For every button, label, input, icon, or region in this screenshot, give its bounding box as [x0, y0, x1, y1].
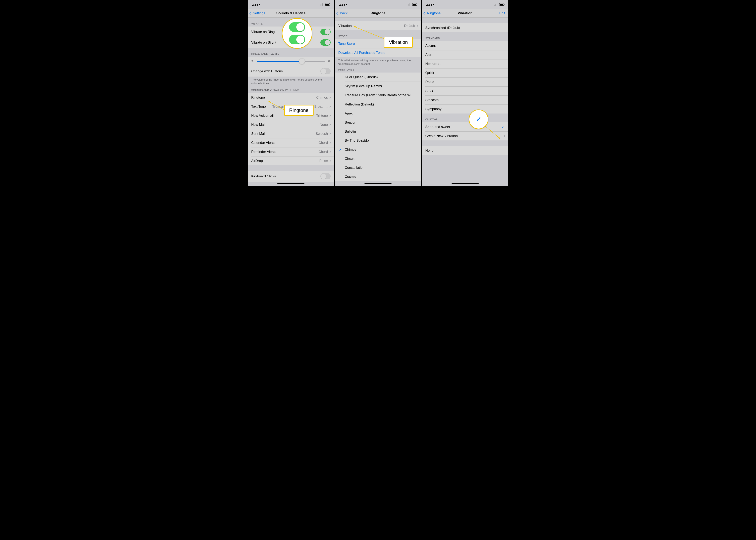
status-bar: 2:38◤ — [422, 0, 508, 9]
chevron-right-icon — [329, 114, 331, 117]
label: Rapid — [425, 80, 505, 84]
row-create-new-vibration[interactable]: Create New Vibration — [422, 131, 508, 140]
ringtone-row[interactable]: Reflection (Default) — [335, 100, 421, 109]
slider-knob[interactable] — [299, 59, 305, 64]
callout-checkmark: ✓ — [469, 109, 488, 129]
toggle-on-icon[interactable] — [320, 29, 331, 35]
chevron-left-icon — [423, 12, 427, 15]
status-time: 2:38 — [252, 3, 258, 6]
ringtone-row[interactable]: Bulletin — [335, 127, 421, 136]
label: Accent — [425, 44, 505, 48]
label: Calendar Alerts — [251, 141, 319, 145]
back-button[interactable]: Settings — [250, 11, 265, 15]
vibration-row[interactable]: Accent — [422, 41, 508, 50]
chevron-right-icon — [329, 151, 331, 153]
battery-icon — [325, 3, 330, 6]
battery-icon — [412, 3, 417, 6]
row-change-with-buttons[interactable]: Change with Buttons — [248, 66, 334, 76]
row-keyboard-clicks[interactable]: Keyboard Clicks — [248, 171, 334, 182]
row-vibration[interactable]: Vibration Default — [335, 21, 421, 30]
label: Synchronized (Default) — [425, 26, 505, 30]
ringtone-row[interactable]: Constellation — [335, 163, 421, 172]
ringtone-row[interactable]: Apex — [335, 109, 421, 118]
label: Sent Mail — [251, 132, 316, 136]
home-indicator[interactable] — [452, 183, 479, 184]
chevron-left-icon — [336, 12, 340, 15]
row-reminder-alerts[interactable]: Reminder AlertsChord — [248, 147, 334, 156]
panel-sounds-haptics: 2:38◤ Settings Sounds & Haptics VIBRATE … — [248, 0, 335, 186]
label: Create New Vibration — [425, 134, 503, 138]
label: Treasure Box (From "Zelda Breath of the … — [345, 93, 418, 97]
value: Chimes — [316, 96, 331, 100]
back-button[interactable]: Ringtone — [424, 11, 441, 15]
chevron-right-icon — [329, 124, 331, 126]
callout-toggles — [282, 18, 312, 49]
toggle-off-icon[interactable] — [320, 173, 331, 180]
nav-bar: Ringtone Vibration Edit — [422, 9, 508, 18]
cellular-icon — [494, 3, 497, 6]
callout-anchor-dot — [354, 26, 356, 28]
ringtone-row[interactable]: ✓Chimes — [335, 145, 421, 154]
home-indicator[interactable] — [365, 183, 392, 184]
ringtone-row[interactable]: Cosmic — [335, 172, 421, 181]
row-none[interactable]: None — [422, 146, 508, 155]
value: None — [320, 123, 331, 127]
ringtone-row[interactable]: Beacon — [335, 118, 421, 127]
nav-bar: Back Ringtone — [335, 9, 421, 18]
callout-anchor-dot — [499, 138, 500, 139]
value: Pulse — [319, 159, 331, 163]
location-icon: ◤ — [433, 3, 435, 6]
home-indicator[interactable] — [277, 183, 304, 184]
ringtone-row[interactable]: Killer Queen (Chorus) — [335, 72, 421, 81]
row-custom-selected[interactable]: Short and sweet ✓ — [422, 122, 508, 131]
checkmark-icon: ✓ — [338, 147, 342, 152]
label: By The Seaside — [345, 139, 418, 143]
label: Alert — [425, 53, 505, 57]
toggle-on-icon[interactable] — [320, 39, 331, 46]
location-icon: ◤ — [259, 3, 261, 6]
chevron-right-icon — [416, 25, 418, 27]
nav-bar: Settings Sounds & Haptics — [248, 9, 334, 18]
label: Short and sweet — [425, 125, 501, 129]
back-button[interactable]: Back — [337, 11, 348, 15]
label: Text Tone — [251, 105, 272, 109]
vibration-row[interactable]: Rapid — [422, 77, 508, 86]
label: New Mail — [251, 123, 320, 127]
row-new-mail[interactable]: New MailNone — [248, 120, 334, 129]
vibration-row[interactable]: S.O.S. — [422, 86, 508, 95]
callout-label: Ringtone — [289, 107, 308, 113]
value: Default — [404, 24, 418, 28]
callout-ringtone: Ringtone — [284, 105, 314, 116]
label: Constellation — [345, 166, 418, 170]
row-calendar-alerts[interactable]: Calendar AlertsChord — [248, 138, 334, 147]
label: Skyrim (Level up Remix) — [345, 84, 418, 88]
ringtone-row[interactable]: Circuit — [335, 154, 421, 163]
toggle-on-icon — [289, 22, 305, 32]
vibration-row[interactable]: Alert — [422, 50, 508, 59]
chevron-left-icon — [249, 12, 252, 15]
checkmark-icon: ✓ — [501, 125, 505, 129]
row-airdrop[interactable]: AirDropPulse — [248, 156, 334, 165]
speaker-low-icon — [251, 60, 255, 63]
label: Vibration — [338, 24, 404, 28]
ringtone-row[interactable]: Treasure Box (From "Zelda Breath of the … — [335, 90, 421, 100]
row-ringtone[interactable]: RingtoneChimes — [248, 93, 334, 102]
row-synchronized[interactable]: Synchronized (Default) — [422, 23, 508, 32]
edit-button[interactable]: Edit — [499, 11, 505, 15]
toggle-off-icon[interactable] — [320, 68, 331, 74]
ringtone-row[interactable]: By The Seaside — [335, 136, 421, 145]
label: Circuit — [345, 157, 418, 161]
ringtone-row[interactable]: Skyrim (Level up Remix) — [335, 81, 421, 90]
label: Reminder Alerts — [251, 150, 319, 154]
row-volume-slider[interactable] — [248, 57, 334, 66]
row-sent-mail[interactable]: Sent MailSwoosh — [248, 129, 334, 138]
row-download-all[interactable]: Download All Purchased Tones — [335, 48, 421, 57]
vibration-row[interactable]: Staccato — [422, 95, 508, 104]
status-bar: 2:38◤ — [335, 0, 421, 9]
volume-slider[interactable] — [257, 61, 325, 62]
vibration-row[interactable]: Heartbeat — [422, 59, 508, 68]
vibration-row[interactable]: Symphony — [422, 104, 508, 113]
value: Chord — [319, 141, 331, 145]
chevron-right-icon — [503, 135, 505, 137]
vibration-row[interactable]: Quick — [422, 68, 508, 77]
